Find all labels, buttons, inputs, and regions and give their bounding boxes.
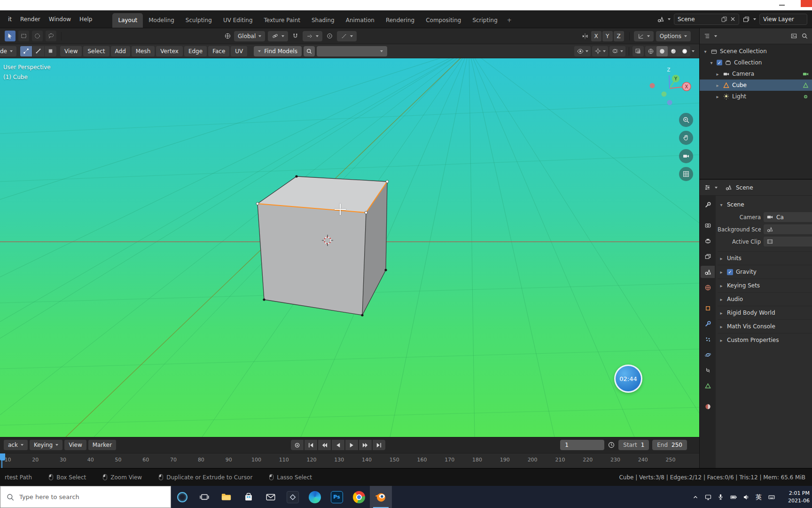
outliner-row-cube[interactable]: ▸Cube (700, 79, 812, 91)
circle-select-tool-button[interactable] (32, 31, 43, 41)
section-units[interactable]: ▸Units (718, 251, 812, 265)
section-math-vis-console[interactable]: ▸Math Vis Console (718, 319, 812, 333)
taskbar-app-blender[interactable] (370, 486, 392, 508)
snap-target-dropdown[interactable] (303, 31, 322, 41)
face-select-mode-button[interactable] (45, 46, 56, 56)
add-workspace-tab-button[interactable]: + (503, 13, 515, 28)
current-frame-field[interactable]: 1 (560, 440, 604, 450)
chevron-down-icon[interactable] (692, 50, 695, 52)
outliner-display-mode-icon[interactable] (703, 32, 710, 40)
workspace-tab-scripting[interactable]: Scripting (467, 13, 503, 28)
next-keyframe-button[interactable] (359, 440, 372, 450)
view-layer-selector[interactable]: View Layer (759, 14, 807, 25)
disclosure-icon[interactable]: ▸ (715, 94, 720, 99)
pan-hand-icon[interactable] (679, 131, 693, 145)
timeline-menu-keying[interactable]: Keying (30, 440, 62, 450)
viewport-menu-select[interactable]: Select (83, 46, 109, 56)
start-frame-field[interactable]: Start 1 (618, 440, 649, 450)
tray-speaker-icon[interactable] (740, 490, 752, 504)
taskbar-app-cortana[interactable] (171, 486, 193, 508)
viewport-menu-uv[interactable]: UV (231, 46, 247, 56)
workspace-tab-rendering[interactable]: Rendering (380, 13, 420, 28)
taskbar-app-file-explorer[interactable] (215, 486, 237, 508)
disclosure-icon[interactable]: ▾ (709, 60, 714, 65)
properties-tab-tool[interactable] (701, 198, 715, 211)
workspace-tab-uv-editing[interactable]: UV Editing (218, 13, 258, 28)
property-value-camera[interactable]: Ca (764, 212, 812, 222)
outliner-row-light[interactable]: ▸Light (700, 91, 812, 102)
timeline-menu-view[interactable]: View (64, 440, 86, 450)
magnet-snap-icon[interactable] (292, 32, 299, 40)
preview-range-clock-icon[interactable] (608, 441, 615, 449)
find-models-dropdown[interactable]: Find Models (254, 46, 302, 56)
scene-selector[interactable]: Scene (674, 14, 739, 25)
timeline-ruler[interactable]: 1020304050607080901001101201301401501601… (0, 453, 699, 468)
workspace-tab-modeling[interactable]: Modeling (143, 13, 180, 28)
menu-it[interactable]: it (4, 14, 16, 24)
search-input[interactable] (19, 493, 165, 500)
viewport-menu-add[interactable]: Add (111, 46, 130, 56)
mirror-axis-y-toggle[interactable]: Y (602, 31, 613, 41)
zoom-icon[interactable] (679, 113, 693, 127)
workspace-tab-texture-paint[interactable]: Texture Paint (258, 13, 306, 28)
end-frame-field[interactable]: End 250 (652, 440, 687, 450)
mirror-axis-z-toggle[interactable]: Z (614, 31, 624, 41)
model-category-dropdown[interactable] (317, 46, 387, 56)
pivot-point-dropdown[interactable] (268, 31, 288, 41)
properties-tab-object[interactable] (701, 302, 715, 314)
property-value-background-scene[interactable] (764, 224, 812, 234)
workspace-tab-animation[interactable]: Animation (340, 13, 380, 28)
menu-help[interactable]: Help (75, 14, 96, 24)
properties-tab-material[interactable] (701, 400, 715, 413)
gizmos-dropdown[interactable] (592, 46, 608, 56)
disclosure-icon[interactable]: ▸ (715, 71, 720, 77)
chevron-down-icon[interactable] (668, 18, 671, 20)
disclosure-icon[interactable]: ▾ (703, 49, 708, 54)
taskbar-app-dark-app[interactable] (281, 486, 304, 508)
overlays-dropdown[interactable] (609, 46, 625, 56)
navigation-gizmo[interactable]: Y X Z (646, 64, 693, 111)
workspace-tab-layout[interactable]: Layout (112, 13, 143, 28)
properties-tab-render[interactable] (701, 219, 715, 231)
outliner-search-icon[interactable] (801, 32, 808, 40)
rendered-shading-button[interactable] (679, 46, 690, 56)
search-icon[interactable] (304, 46, 315, 56)
scene-icon[interactable] (657, 16, 664, 23)
outliner-row-camera[interactable]: ▸Camera (700, 68, 812, 79)
disclosure-icon[interactable]: ▸ (715, 83, 720, 88)
properties-tab-particles[interactable] (701, 333, 715, 345)
taskbar-clock[interactable]: 2:01 PM 2021-06 (778, 490, 811, 504)
copy-icon[interactable] (721, 16, 727, 23)
taskbar-app-edge[interactable] (304, 486, 326, 508)
taskbar-app-task-view[interactable] (193, 486, 215, 508)
unlink-x-icon[interactable] (730, 16, 735, 22)
viewport-menu-face[interactable]: Face (208, 46, 229, 56)
material-preview-shading-button[interactable] (668, 46, 679, 56)
camera-view-icon[interactable] (679, 149, 693, 163)
menu-render[interactable]: Render (16, 14, 45, 24)
timeline-menu-marker[interactable]: Marker (88, 440, 116, 450)
taskbar-app-photoshop[interactable]: Ps (326, 486, 348, 508)
play-reverse-button[interactable] (332, 440, 344, 450)
section-gravity[interactable]: ▸✓Gravity (718, 265, 812, 278)
ime-indicator[interactable]: 英 (753, 490, 765, 504)
wireframe-shading-button[interactable] (645, 46, 656, 56)
taskbar-app-mail[interactable] (259, 486, 281, 508)
view-layer-icon[interactable] (742, 16, 750, 23)
tray-battery-icon[interactable] (727, 490, 739, 504)
orthographic-grid-icon[interactable] (679, 167, 693, 181)
tray-display-icon[interactable] (702, 490, 714, 504)
section-keying-sets[interactable]: ▸Keying Sets (718, 278, 812, 292)
section-custom-properties[interactable]: ▸Custom Properties (718, 333, 812, 347)
options-dropdown[interactable]: Options (656, 31, 691, 41)
properties-tab-view-layer[interactable] (701, 250, 715, 262)
viewport-menu-vertex[interactable]: Vertex (156, 46, 183, 56)
workspace-tab-shading[interactable]: Shading (306, 13, 340, 28)
object-visibility-dropdown[interactable] (574, 46, 591, 56)
chevron-down-icon[interactable] (714, 35, 717, 37)
workspace-tab-sculpting[interactable]: Sculpting (180, 13, 218, 28)
chevron-down-icon[interactable] (715, 187, 718, 189)
menu-window[interactable]: Window (45, 14, 75, 24)
jump-to-start-button[interactable] (304, 440, 317, 450)
properties-tab-modifiers[interactable] (701, 318, 715, 330)
